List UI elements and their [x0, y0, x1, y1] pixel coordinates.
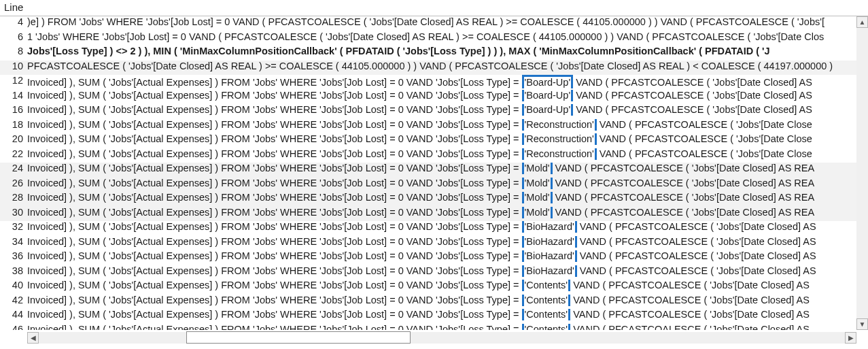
highlight-token: 'Mold' — [522, 192, 553, 203]
line-number: 18 — [0, 119, 27, 130]
code-row[interactable]: 18Invoiced] ), SUM ( 'Jobs'[Actual Expen… — [0, 119, 856, 134]
highlight-token: 'Board-Up' — [522, 90, 574, 101]
horizontal-scrollbar[interactable]: ◀ ▶ — [27, 332, 856, 344]
code-text: Invoiced] ), SUM ( 'Jobs'[Actual Expense… — [27, 163, 856, 174]
code-text: Invoiced] ), SUM ( 'Jobs'[Actual Expense… — [27, 236, 856, 248]
code-row[interactable]: 12Invoiced] ), SUM ( 'Jobs'[Actual Expen… — [0, 75, 856, 90]
scroll-up-button[interactable]: ▲ — [856, 16, 868, 28]
code-row[interactable]: 24Invoiced] ), SUM ( 'Jobs'[Actual Expen… — [0, 163, 856, 178]
code-text: )e] ) FROM 'Jobs' WHERE 'Jobs'[Job Lost]… — [27, 16, 856, 27]
line-number: 26 — [0, 178, 27, 188]
highlight-token: 'Reconstruction' — [522, 119, 597, 131]
line-number: 38 — [0, 265, 27, 276]
search-input[interactable] — [186, 331, 411, 344]
line-number: 28 — [0, 192, 27, 203]
code-text: Invoiced] ), SUM ( 'Jobs'[Actual Expense… — [27, 104, 856, 116]
vertical-scrollbar[interactable]: ▲ ▼ — [856, 16, 868, 330]
code-row[interactable]: 16Invoiced] ), SUM ( 'Jobs'[Actual Expen… — [0, 104, 856, 119]
highlight-token: 'BioHazard' — [522, 236, 577, 248]
line-number: 4 — [0, 16, 27, 27]
code-text: 1 'Jobs' WHERE 'Jobs'[Job Lost] = 0 VAND… — [27, 31, 856, 42]
code-row[interactable]: 44Invoiced] ), SUM ( 'Jobs'[Actual Expen… — [0, 309, 856, 324]
line-number: 10 — [0, 61, 27, 71]
code-grid[interactable]: 4)e] ) FROM 'Jobs' WHERE 'Jobs'[Job Lost… — [0, 16, 856, 330]
line-number: 24 — [0, 163, 27, 173]
highlight-token: 'Reconstruction' — [522, 133, 597, 145]
line-number: 36 — [0, 250, 27, 261]
line-number: 34 — [0, 236, 27, 247]
highlight-token: 'Contents' — [522, 295, 571, 306]
horizontal-scroll-track[interactable] — [39, 332, 845, 344]
highlight-token: 'Mold' — [522, 163, 553, 174]
highlight-token: 'Reconstruction' — [522, 148, 597, 160]
highlight-token: 'BioHazard' — [522, 221, 577, 233]
line-number: 14 — [0, 90, 27, 101]
highlight-token: 'Board-Up' — [522, 75, 574, 88]
code-text: Invoiced] ), SUM ( 'Jobs'[Actual Expense… — [27, 221, 856, 233]
chevron-down-icon: ▼ — [859, 320, 866, 328]
code-text: Jobs'[Loss Type] ) <> 2 ) ), MIN ( 'MinM… — [27, 46, 856, 56]
highlight-token: 'Contents' — [522, 280, 571, 291]
line-number: 22 — [0, 148, 27, 159]
chevron-right-icon: ▶ — [848, 334, 854, 342]
chevron-up-icon: ▲ — [859, 18, 866, 26]
line-number: 8 — [0, 46, 27, 56]
line-number: 46 — [0, 324, 27, 331]
code-text: Invoiced] ), SUM ( 'Jobs'[Actual Expense… — [27, 178, 856, 189]
code-row[interactable]: 32Invoiced] ), SUM ( 'Jobs'[Actual Expen… — [0, 221, 856, 236]
code-text: Invoiced] ), SUM ( 'Jobs'[Actual Expense… — [27, 192, 856, 203]
highlight-token: 'Board-Up' — [522, 104, 574, 116]
highlight-token: 'Mold' — [522, 207, 553, 218]
chevron-left-icon: ◀ — [31, 334, 36, 342]
code-text: Invoiced] ), SUM ( 'Jobs'[Actual Expense… — [27, 207, 856, 218]
highlight-token: 'Mold' — [522, 178, 553, 189]
highlight-token: 'Contents' — [522, 309, 571, 320]
code-text: Invoiced] ), SUM ( 'Jobs'[Actual Expense… — [27, 148, 856, 160]
code-row[interactable]: 8Jobs'[Loss Type] ) <> 2 ) ), MIN ( 'Min… — [0, 46, 856, 61]
column-header-line: Line — [4, 1, 23, 13]
code-row[interactable]: 22Invoiced] ), SUM ( 'Jobs'[Actual Expen… — [0, 148, 856, 163]
text-viewer-window: Line 4)e] ) FROM 'Jobs' WHERE 'Jobs'[Job… — [0, 0, 868, 349]
scroll-right-button[interactable]: ▶ — [845, 332, 856, 344]
code-row[interactable]: 14Invoiced] ), SUM ( 'Jobs'[Actual Expen… — [0, 90, 856, 105]
code-text: Invoiced] ), SUM ( 'Jobs'[Actual Expense… — [27, 250, 856, 262]
code-row[interactable]: 36Invoiced] ), SUM ( 'Jobs'[Actual Expen… — [0, 250, 856, 265]
line-number: 42 — [0, 295, 27, 305]
highlight-token: 'BioHazard' — [522, 265, 577, 277]
line-number: 12 — [0, 75, 27, 86]
code-row[interactable]: 46Invoiced] ). SUM ( 'Jobs'[Actual Expen… — [0, 324, 856, 331]
code-text: Invoiced] ), SUM ( 'Jobs'[Actual Expense… — [27, 265, 856, 277]
code-row[interactable]: 26Invoiced] ), SUM ( 'Jobs'[Actual Expen… — [0, 178, 856, 193]
code-row[interactable]: 61 'Jobs' WHERE 'Jobs'[Job Lost] = 0 VAN… — [0, 31, 856, 46]
code-row[interactable]: 34Invoiced] ), SUM ( 'Jobs'[Actual Expen… — [0, 236, 856, 251]
code-row[interactable]: 10PFCASTCOALESCE ( 'Jobs'[Date Closed] A… — [0, 61, 856, 76]
highlight-token: 'Contents' — [522, 324, 571, 331]
code-row[interactable]: 20Invoiced] ), SUM ( 'Jobs'[Actual Expen… — [0, 133, 856, 148]
code-row[interactable]: 4)e] ) FROM 'Jobs' WHERE 'Jobs'[Job Lost… — [0, 16, 856, 31]
scroll-left-button[interactable]: ◀ — [27, 332, 39, 344]
line-number: 32 — [0, 221, 27, 232]
code-row[interactable]: 40Invoiced] ), SUM ( 'Jobs'[Actual Expen… — [0, 280, 856, 295]
code-text: Invoiced] ), SUM ( 'Jobs'[Actual Expense… — [27, 280, 856, 291]
code-row[interactable]: 38Invoiced] ), SUM ( 'Jobs'[Actual Expen… — [0, 265, 856, 280]
code-text: Invoiced] ), SUM ( 'Jobs'[Actual Expense… — [27, 119, 856, 131]
code-row[interactable]: 42Invoiced] ), SUM ( 'Jobs'[Actual Expen… — [0, 295, 856, 310]
line-number: 20 — [0, 133, 27, 144]
code-text: Invoiced] ), SUM ( 'Jobs'[Actual Expense… — [27, 90, 856, 101]
line-number: 16 — [0, 104, 27, 115]
code-text: Invoiced] ). SUM ( 'Jobs'[Actual Expense… — [27, 324, 856, 331]
highlight-token: 'BioHazard' — [522, 250, 577, 262]
code-row[interactable]: 28Invoiced] ), SUM ( 'Jobs'[Actual Expen… — [0, 192, 856, 207]
scroll-down-button[interactable]: ▼ — [856, 318, 868, 330]
code-text: Invoiced] ), SUM ( 'Jobs'[Actual Expense… — [27, 295, 856, 306]
line-number: 30 — [0, 207, 27, 218]
code-row[interactable]: 30Invoiced] ), SUM ( 'Jobs'[Actual Expen… — [0, 207, 856, 222]
code-text: PFCASTCOALESCE ( 'Jobs'[Date Closed] AS … — [27, 61, 856, 71]
code-text: Invoiced] ), SUM ( 'Jobs'[Actual Expense… — [27, 75, 856, 88]
line-number: 6 — [0, 31, 27, 42]
code-text: Invoiced] ), SUM ( 'Jobs'[Actual Expense… — [27, 309, 856, 320]
column-header[interactable]: Line — [0, 0, 868, 16]
line-number: 40 — [0, 280, 27, 290]
code-text: Invoiced] ), SUM ( 'Jobs'[Actual Expense… — [27, 133, 856, 145]
line-number: 44 — [0, 309, 27, 320]
